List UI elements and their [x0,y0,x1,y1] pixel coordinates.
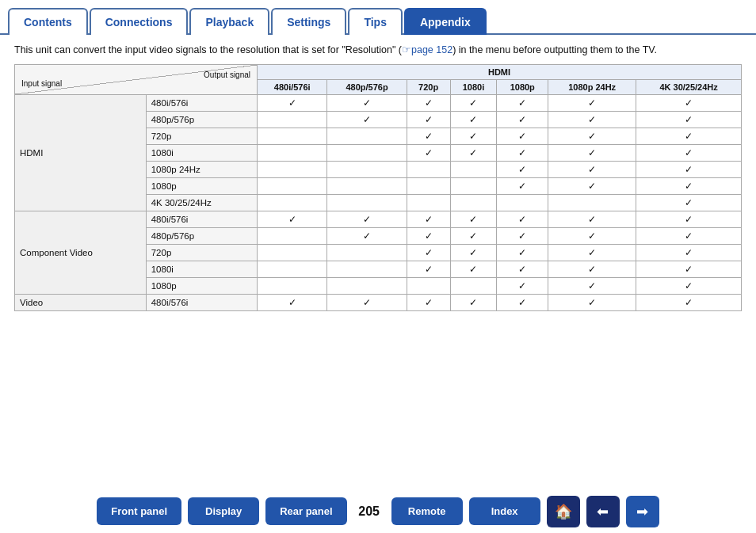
check-cell [258,194,327,211]
signal-label: 480p/576p [146,227,257,244]
tab-appendix[interactable]: Appendix [404,8,487,35]
check-cell [258,161,327,177]
content-area: This unit can convert the input video si… [0,33,756,318]
output-col-1: 480p/576p [327,79,407,94]
forward-button[interactable]: ➡ [626,496,659,527]
signal-label: 1080p [146,177,257,194]
check-cell: ✓ [407,227,450,244]
check-cell: ✓ [636,128,742,144]
check-cell: ✓ [450,244,497,261]
check-cell: ✓ [327,111,407,128]
check-cell: ✓ [636,227,742,244]
hdmi-header: HDMI [258,64,742,79]
check-cell: ✓ [548,128,636,144]
check-cell [258,277,327,294]
check-cell: ✓ [636,261,742,277]
signal-label: 1080i [146,144,257,161]
check-cell: ✓ [450,111,497,128]
tab-tips[interactable]: Tips [348,8,403,35]
signal-label: 480i/576i [146,294,257,310]
check-cell: ✓ [450,128,497,144]
signal-label: 720p [146,244,257,261]
home-button[interactable]: 🏠 [547,496,580,527]
tab-connections[interactable]: Connections [90,8,189,35]
check-cell: ✓ [407,261,450,277]
check-cell: ✓ [327,294,407,310]
diagonal-header: Output signalInput signal [15,64,258,94]
bottom-nav: Front panel Display Rear panel 205 Remot… [0,489,756,533]
check-cell: ✓ [548,244,636,261]
group-label: Video [15,294,147,310]
output-col-4: 1080p [497,79,548,94]
check-cell [327,128,407,144]
check-cell [327,177,407,194]
output-col-5: 1080p 24Hz [548,79,636,94]
tab-settings[interactable]: Settings [271,8,346,35]
output-col-0: 480i/576i [258,79,327,94]
display-button[interactable]: Display [188,497,259,525]
check-cell [258,111,327,128]
check-cell [327,261,407,277]
check-cell [258,227,327,244]
tab-playback[interactable]: Playback [189,8,269,35]
check-cell: ✓ [636,194,742,211]
check-cell [450,277,497,294]
conversion-table: Output signalInput signalHDMI480i/576i48… [14,64,742,311]
check-cell: ✓ [497,277,548,294]
check-cell: ✓ [450,294,497,310]
check-cell [450,194,497,211]
index-button[interactable]: Index [469,497,540,525]
tab-contents[interactable]: Contents [8,8,88,35]
output-col-2: 720p [407,79,450,94]
check-cell: ✓ [497,261,548,277]
check-cell [327,244,407,261]
signal-label: 720p [146,128,257,144]
output-col-3: 1080i [450,79,497,94]
check-cell: ✓ [327,94,407,111]
check-cell: ✓ [407,128,450,144]
signal-label: 1080p 24Hz [146,161,257,177]
back-button[interactable]: ⬅ [586,496,620,527]
signal-label: 480p/576p [146,111,257,128]
remote-button[interactable]: Remote [391,497,463,525]
check-cell: ✓ [497,177,548,194]
output-col-6: 4K 30/25/24Hz [636,79,742,94]
check-cell: ✓ [407,244,450,261]
page-number: 205 [353,504,385,519]
check-cell: ✓ [407,144,450,161]
check-cell: ✓ [497,128,548,144]
check-cell [548,194,636,211]
check-cell: ✓ [548,227,636,244]
check-cell [407,194,450,211]
check-cell [327,161,407,177]
check-cell [327,144,407,161]
check-cell: ✓ [548,177,636,194]
check-cell: ✓ [548,144,636,161]
check-cell: ✓ [327,227,407,244]
check-cell: ✓ [497,294,548,310]
check-cell [450,177,497,194]
check-cell [258,261,327,277]
signal-label: 480i/576i [146,211,257,227]
check-cell: ✓ [636,161,742,177]
check-cell: ✓ [636,94,742,111]
check-cell: ✓ [450,227,497,244]
check-cell: ✓ [258,94,327,111]
signal-label: 1080p [146,277,257,294]
check-cell: ✓ [407,111,450,128]
check-cell: ✓ [450,211,497,227]
check-cell [497,194,548,211]
check-cell [258,144,327,161]
check-cell: ✓ [497,211,548,227]
rear-panel-button[interactable]: Rear panel [265,497,346,525]
check-cell: ✓ [548,211,636,227]
page-link[interactable]: ☞page 152 [402,44,452,55]
tabs-bar: Contents Connections Playback Settings T… [0,0,756,33]
check-cell: ✓ [497,227,548,244]
check-cell: ✓ [497,244,548,261]
check-cell: ✓ [407,294,450,310]
check-cell: ✓ [636,111,742,128]
front-panel-button[interactable]: Front panel [97,497,181,525]
signal-label: 480i/576i [146,94,257,111]
check-cell [407,277,450,294]
